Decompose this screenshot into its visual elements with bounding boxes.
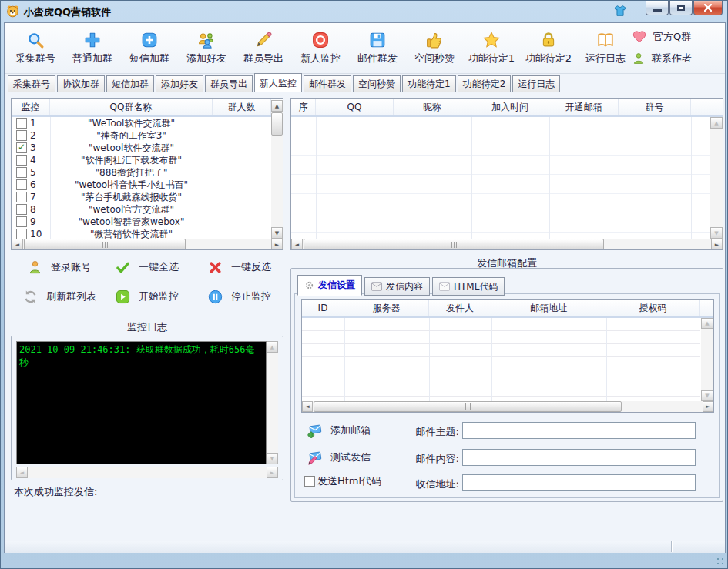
title-bar[interactable]: 小蛮虎QQ营销软件 [1,1,727,22]
monitor-checkbox[interactable] [16,118,27,129]
group-name: "wetool智群管家webox" [50,216,213,229]
monitor-checkbox[interactable] [16,216,27,227]
scroll-thumb[interactable] [304,239,604,250]
toolbar-feature2-button[interactable]: 功能待定2 [520,25,577,72]
select-all-button[interactable]: 一键全选 [116,259,179,276]
monitor-checkbox[interactable] [16,204,27,215]
monitor-checkbox[interactable] [16,179,27,190]
monitor-checkbox[interactable] [16,155,27,166]
tab-collect-groups[interactable]: 采集群号 [8,75,55,92]
scroll-right-button[interactable]: ► [711,239,723,250]
scroll-right-button[interactable]: ► [271,239,283,250]
scroll-left-button[interactable]: ◄ [16,467,28,478]
group-row[interactable]: 1"WeTool软件交流群" [12,117,271,129]
log-vscrollbar[interactable]: ▲ ▼ [267,341,278,464]
toolbar-collect-groups-button[interactable]: 采集群号 [7,25,64,72]
group-row[interactable]: 5"888撸货扛把子" [12,166,271,179]
toolbar-normal-join-button[interactable]: 普通加群 [64,25,121,72]
monitor-checkbox[interactable] [16,167,27,178]
invert-select-button[interactable]: 一键反选 [208,259,271,276]
tab-send-settings[interactable]: 发信设置 [297,275,362,296]
tab-export-members[interactable]: 群员导出 [205,75,253,92]
scroll-thumb[interactable] [314,401,622,412]
group-row[interactable]: 8"wetool官方交流群" [12,203,271,216]
close-button[interactable] [693,1,723,15]
tab-feature1[interactable]: 功能待定1 [402,75,456,92]
tab-space-like[interactable]: 空间秒赞 [353,75,401,92]
scroll-left-button[interactable]: ◄ [12,239,23,250]
monitor-checkbox[interactable] [16,229,27,239]
member-table-hscrollbar[interactable]: ◄ ► [291,239,723,250]
test-send-button[interactable]: 测试发信 [307,449,371,466]
monitor-log-console[interactable]: 2021-10-09 21:46:31: 获取群数据成功，耗时656毫秒 [16,341,267,464]
tab-newcomer-monitor[interactable]: 新人监控 [254,73,302,92]
scroll-thumb[interactable] [271,112,283,136]
scroll-left-button[interactable]: ◄ [302,401,313,412]
scroll-thumb[interactable] [24,239,186,250]
scroll-up-button[interactable]: ▲ [267,341,278,353]
tab-run-log[interactable]: 运行日志 [512,75,560,92]
toolbar-add-friends-button[interactable]: 添加好友 [178,25,235,72]
send-html-checkbox[interactable] [304,476,315,487]
scroll-down-button[interactable]: ▼ [267,453,278,464]
monitor-checkbox[interactable] [16,130,27,141]
group-list-hscrollbar[interactable]: ◄ ► [12,239,283,250]
maximize-button[interactable] [669,1,693,15]
scroll-up-button[interactable]: ▲ [271,100,283,112]
tab-protocol-join[interactable]: 协议加群 [57,75,105,92]
official-qq-group-link[interactable]: 官方Q群 [632,26,717,48]
tab-send-content[interactable]: 发信内容 [364,277,430,296]
toolbar-export-members-button[interactable]: 群员导出 [235,25,292,72]
group-index: 6 [27,179,50,190]
minimize-button[interactable] [646,1,669,15]
mail-table-vscrollbar[interactable]: ▲ ▼ [701,318,713,401]
group-row[interactable]: 9"wetool智群管家webox" [12,216,271,228]
group-row[interactable]: 6"wetool抖音快手小红书百" [12,179,271,191]
monitor-checkbox[interactable] [16,142,27,153]
toolbar-feature1-button[interactable]: 功能待定1 [463,25,520,72]
add-mailbox-button[interactable]: 添加邮箱 [307,422,371,439]
toolbar-run-log-button[interactable]: 运行日志 [577,25,634,72]
group-row[interactable]: 2"神奇的工作室3" [12,129,271,142]
member-table-vscrollbar[interactable]: ▲ ▼ [710,117,723,239]
resize-grip[interactable] [716,557,725,566]
mail-subject-input[interactable] [462,422,696,439]
scroll-down-button[interactable]: ▼ [710,227,723,239]
group-row[interactable]: 7"茅台手机戴森线报收货" [12,191,271,203]
contact-author-link[interactable]: 联系作者 [632,48,717,69]
stop-monitor-button[interactable]: 停止监控 [208,288,271,305]
scroll-right-button[interactable]: ► [267,467,278,478]
group-name: "wetool官方交流群" [50,203,213,216]
scroll-up-button[interactable]: ▲ [710,117,723,129]
mail-table-hscrollbar[interactable]: ◄ ► [302,401,713,412]
refresh-group-list-button[interactable]: 刷新群列表 [23,288,96,305]
toolbar-newcomer-monitor-button[interactable]: 新人监控 [292,25,349,72]
tab-mass-mail[interactable]: 邮件群发 [304,75,351,92]
group-list-vscrollbar[interactable]: ▲ ▼ [271,100,283,239]
group-index: 3 [27,142,50,153]
scroll-down-button[interactable]: ▼ [701,390,713,401]
scroll-left-button[interactable]: ◄ [291,239,303,250]
group-row[interactable]: 4"软件阁社汇下载发布群" [12,154,271,166]
toolbar-sms-join-button[interactable]: 短信加群 [121,25,178,72]
start-monitor-button[interactable]: 开始监控 [116,288,179,305]
login-account-button[interactable]: 登录账号 [28,259,91,276]
tab-html-code[interactable]: HTML代码 [432,277,505,296]
scroll-down-button[interactable]: ▼ [271,227,283,239]
scroll-right-button[interactable]: ► [703,401,713,412]
tab-feature2[interactable]: 功能待定2 [458,75,512,92]
log-hscrollbar[interactable]: ◄ ► [16,467,278,478]
send-html-option[interactable]: 发送Html代码 [304,474,381,488]
scroll-up-button[interactable]: ▲ [701,318,713,329]
toolbar-mass-mail-button[interactable]: 邮件群发 [349,25,406,72]
skin-icon[interactable] [613,4,627,18]
toolbar-space-like-button[interactable]: 空间秒赞 [406,25,463,72]
group-row[interactable]: 3"wetool软件交流群" [12,142,271,154]
tab-sms-join[interactable]: 短信加群 [106,75,154,92]
client-area: 采集群号 普通加群 短信加群 添加好友 群员导出 [4,22,726,553]
mail-content-input[interactable] [462,449,696,466]
group-row[interactable]: 10"微营销软件交流群" [12,228,271,239]
monitor-checkbox[interactable] [16,192,27,202]
tab-add-friends[interactable]: 添加好友 [156,75,203,92]
recipient-address-input[interactable] [462,474,696,491]
